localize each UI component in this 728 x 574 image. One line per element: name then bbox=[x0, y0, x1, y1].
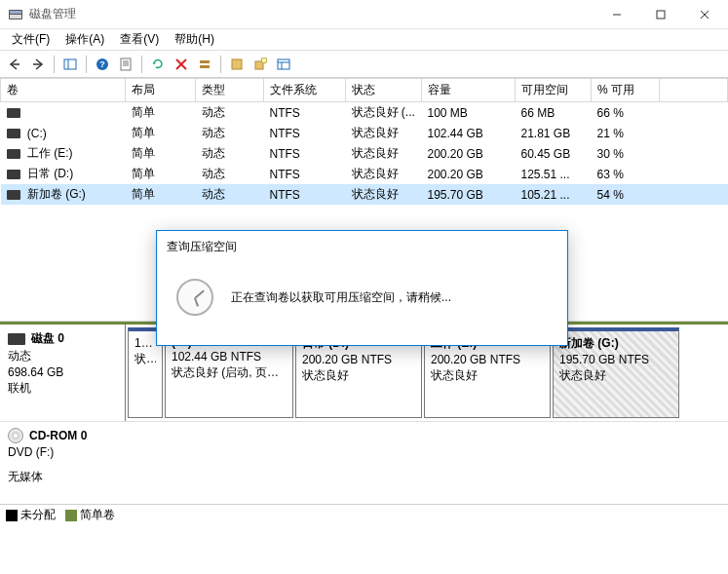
col-volume[interactable]: 卷 bbox=[1, 79, 126, 102]
disk0-title: 磁盘 0 bbox=[31, 330, 64, 347]
menubar: 文件(F) 操作(A) 查看(V) 帮助(H) bbox=[0, 29, 728, 51]
querying-dialog: 查询压缩空间 正在查询卷以获取可用压缩空间，请稍候... bbox=[156, 230, 568, 346]
partition-size: 200.20 GB NTFS bbox=[302, 353, 415, 366]
cdrom-title: CD-ROM 0 bbox=[29, 429, 87, 442]
help-button[interactable]: ? bbox=[92, 54, 113, 75]
titlebar: 磁盘管理 bbox=[0, 0, 728, 29]
table-row[interactable]: 工作 (E:)简单动态NTFS状态良好200.20 GB60.45 GB30 % bbox=[1, 143, 728, 164]
table-row[interactable]: 简单动态NTFS状态良好 (...100 MB66 MB66 % bbox=[1, 102, 728, 124]
settings-button[interactable] bbox=[226, 54, 248, 75]
table-row[interactable]: (C:)简单动态NTFS状态良好102.44 GB21.81 GB21 % bbox=[1, 123, 728, 143]
cdrom-media: 无媒体 bbox=[8, 469, 720, 485]
app-icon bbox=[8, 7, 23, 22]
volume-icon bbox=[7, 190, 20, 200]
col-capacity[interactable]: 容量 bbox=[422, 79, 516, 102]
disk0-size: 698.64 GB bbox=[8, 365, 117, 379]
partition-size: 100 M bbox=[134, 336, 156, 350]
toolbar: ? bbox=[0, 51, 728, 78]
col-percent[interactable]: % 可用 bbox=[592, 79, 660, 102]
partition-status: 状态良好 (启动, 页面文 bbox=[172, 364, 287, 381]
svg-text:?: ? bbox=[99, 59, 105, 69]
cd-icon bbox=[8, 428, 23, 443]
svg-rect-1 bbox=[10, 11, 21, 14]
legend-simple: 简单卷 bbox=[65, 507, 115, 523]
partition-status: 状态良好 bbox=[431, 367, 544, 384]
partition-status: 状态良 bbox=[134, 351, 156, 367]
show-hide-tree-button[interactable] bbox=[59, 54, 81, 75]
svg-point-23 bbox=[261, 57, 267, 63]
back-button[interactable] bbox=[4, 54, 25, 75]
dialog-message: 正在查询卷以获取可用压缩空间，请稍候... bbox=[231, 289, 451, 306]
col-fs[interactable]: 文件系统 bbox=[264, 79, 346, 102]
properties-button[interactable] bbox=[115, 54, 136, 75]
svg-rect-2 bbox=[10, 15, 21, 19]
close-button[interactable] bbox=[682, 0, 726, 28]
menu-help[interactable]: 帮助(H) bbox=[167, 29, 222, 50]
col-status[interactable]: 状态 bbox=[346, 79, 422, 102]
table-header-row: 卷 布局 类型 文件系统 状态 容量 可用空间 % 可用 bbox=[1, 79, 728, 102]
svg-rect-4 bbox=[657, 11, 665, 19]
menu-view[interactable]: 查看(V) bbox=[112, 29, 167, 50]
partition-name: 新加卷 (G:) bbox=[559, 335, 672, 352]
new-partition-button[interactable] bbox=[249, 54, 271, 75]
col-free[interactable]: 可用空间 bbox=[516, 79, 592, 102]
volume-icon bbox=[7, 170, 20, 179]
svg-rect-24 bbox=[278, 59, 289, 69]
cdrom-drive: DVD (F:) bbox=[8, 445, 720, 459]
partition[interactable]: 新加卷 (G:)195.70 GB NTFS状态良好 bbox=[553, 327, 679, 418]
window-title: 磁盘管理 bbox=[29, 6, 594, 22]
svg-rect-19 bbox=[200, 60, 210, 63]
legend-unallocated: 未分配 bbox=[6, 507, 56, 523]
volume-icon bbox=[7, 108, 20, 118]
svg-rect-13 bbox=[121, 58, 131, 70]
partition-status: 状态良好 bbox=[559, 367, 672, 384]
table-row[interactable]: 日常 (D:)简单动态NTFS状态良好200.20 GB125.51 ...63… bbox=[1, 164, 728, 184]
dialog-title: 查询压缩空间 bbox=[157, 231, 567, 261]
disk-icon bbox=[8, 333, 25, 345]
forward-button[interactable] bbox=[27, 54, 49, 75]
clock-icon bbox=[176, 279, 213, 316]
volume-icon bbox=[7, 149, 20, 159]
disk0-status: 联机 bbox=[8, 380, 117, 397]
delete-button[interactable] bbox=[171, 54, 192, 75]
svg-rect-21 bbox=[232, 59, 242, 69]
minimize-button[interactable] bbox=[594, 0, 638, 28]
menu-action[interactable]: 操作(A) bbox=[57, 29, 112, 50]
partition-size: 200.20 GB NTFS bbox=[431, 353, 544, 366]
legend: 未分配 简单卷 bbox=[0, 504, 728, 525]
maximize-button[interactable] bbox=[638, 0, 682, 28]
svg-rect-20 bbox=[200, 65, 210, 68]
disk-list-button[interactable] bbox=[194, 54, 215, 75]
col-layout[interactable]: 布局 bbox=[126, 79, 196, 102]
list-view-button[interactable] bbox=[273, 54, 294, 75]
cdrom-panel: CD-ROM 0 DVD (F:) 无媒体 bbox=[0, 421, 728, 504]
partition-status: 状态良好 bbox=[302, 367, 415, 384]
table-row[interactable]: 新加卷 (G:)简单动态NTFS状态良好195.70 GB105.21 ...5… bbox=[1, 184, 728, 205]
menu-file[interactable]: 文件(F) bbox=[4, 29, 57, 50]
disk0-info: 磁盘 0 动态 698.64 GB 联机 bbox=[0, 325, 126, 421]
svg-rect-9 bbox=[64, 59, 76, 69]
disk0-type: 动态 bbox=[8, 348, 117, 364]
partition-size: 102.44 GB NTFS bbox=[172, 350, 287, 364]
partition-size: 195.70 GB NTFS bbox=[559, 353, 672, 366]
refresh-button[interactable] bbox=[147, 54, 169, 75]
volume-icon bbox=[7, 129, 20, 138]
col-type[interactable]: 类型 bbox=[196, 79, 264, 102]
col-spacer bbox=[660, 79, 728, 102]
